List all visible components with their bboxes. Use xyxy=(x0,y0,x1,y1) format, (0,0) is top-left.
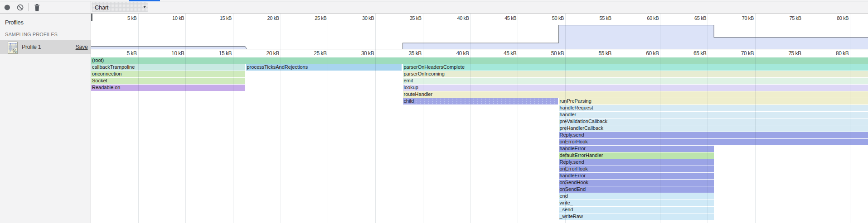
svg-text:%: % xyxy=(13,49,17,54)
